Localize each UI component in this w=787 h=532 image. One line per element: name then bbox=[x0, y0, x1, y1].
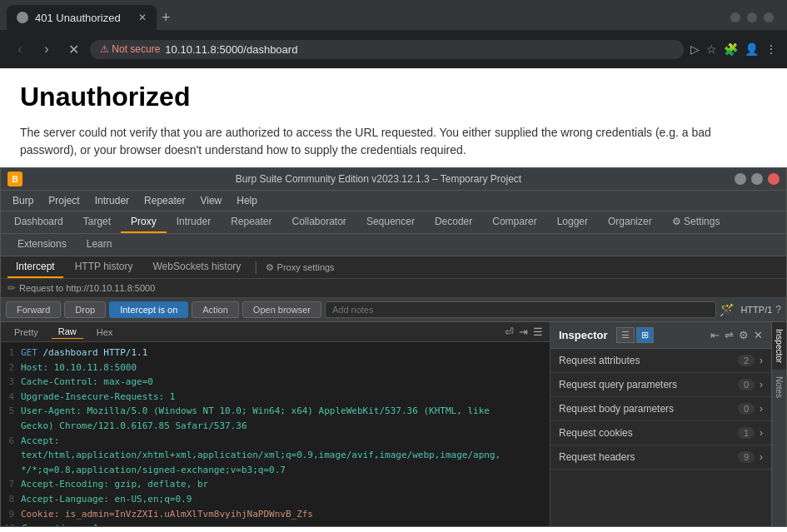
inspector-grid-view-btn[interactable]: ⊞ bbox=[636, 327, 654, 343]
open-browser-button[interactable]: Open browser bbox=[242, 301, 321, 318]
inspector-list-view-btn[interactable]: ☰ bbox=[616, 327, 635, 343]
code-line-6c: */*;q=0.8,application/signed-exchange;v=… bbox=[1, 463, 550, 478]
menu-help[interactable]: Help bbox=[230, 192, 264, 209]
side-tab-inspector[interactable]: Inspector bbox=[772, 322, 786, 370]
browser-close-btn[interactable] bbox=[764, 12, 774, 22]
page-content: Unauthorized The server could not verify… bbox=[0, 68, 787, 167]
url-display: 10.10.11.8:5000/dashboard bbox=[165, 43, 297, 56]
tab-extensions[interactable]: Extensions bbox=[7, 234, 77, 256]
menu-intruder[interactable]: Intruder bbox=[88, 192, 136, 209]
inspector-align-left-icon[interactable]: ⇤ bbox=[710, 329, 720, 341]
action-button[interactable]: Action bbox=[192, 301, 239, 318]
address-field[interactable]: ⚠ Not secure 10.10.11.8:5000/dashboard bbox=[90, 40, 684, 59]
code-toolbar-icons: ⏎ ⇥ ☰ bbox=[505, 326, 543, 338]
inspector-close-icon[interactable]: ✕ bbox=[754, 329, 763, 341]
browser-tab[interactable]: 401 Unauthorized ✕ bbox=[7, 5, 157, 30]
browser-minimize-btn[interactable] bbox=[730, 12, 740, 22]
tab-intruder[interactable]: Intruder bbox=[167, 211, 221, 233]
proxy-settings-button[interactable]: ⚙ Proxy settings bbox=[266, 262, 334, 273]
code-line-9: 9 Cookie: is_admin=InVzZXIi.uAlmXlTvm8vy… bbox=[1, 507, 550, 522]
subtab-http-history[interactable]: HTTP history bbox=[67, 256, 142, 278]
code-line-5b: Gecko) Chrome/121.0.6167.85 Safari/537.3… bbox=[1, 419, 550, 434]
code-pane: Pretty Raw Hex ⏎ ⇥ ☰ 1 GET /dashboard HT… bbox=[1, 322, 550, 526]
notes-field[interactable] bbox=[325, 301, 716, 318]
inspector-row-body-params[interactable]: Request body parameters 0 › bbox=[550, 397, 771, 421]
cast-icon[interactable]: ▷ bbox=[690, 42, 700, 56]
address-actions: ▷ ☆ 🧩 👤 ⋮ bbox=[690, 42, 777, 56]
code-line-6: 6 Accept: bbox=[1, 434, 550, 449]
tab-sequencer[interactable]: Sequencer bbox=[356, 211, 425, 233]
bookmark-icon[interactable]: ☆ bbox=[706, 42, 717, 56]
code-editor[interactable]: 1 GET /dashboard HTTP/1.1 2 Host: 10.10.… bbox=[1, 342, 550, 526]
extensions-icon[interactable]: 🧩 bbox=[724, 42, 738, 56]
indent-icon[interactable]: ⇥ bbox=[519, 326, 528, 338]
tab-comparer[interactable]: Comparer bbox=[482, 211, 546, 233]
inspector-count-headers: 9 bbox=[738, 451, 755, 463]
inspector-row-request-attributes[interactable]: Request attributes 2 › bbox=[550, 349, 771, 373]
tab-settings[interactable]: ⚙ Settings bbox=[662, 211, 730, 233]
menu-view[interactable]: View bbox=[193, 192, 228, 209]
inspector-row-query-params[interactable]: Request query parameters 0 › bbox=[550, 373, 771, 397]
code-tab-raw[interactable]: Raw bbox=[52, 325, 83, 339]
menu-project[interactable]: Project bbox=[42, 192, 86, 209]
burp-logo: B bbox=[7, 172, 22, 186]
page-title: Unauthorized bbox=[20, 82, 767, 112]
burp-close-btn[interactable] bbox=[768, 173, 780, 185]
intercept-on-button[interactable]: Intercept is on bbox=[109, 301, 188, 318]
magic-wand-icon[interactable]: 🪄 bbox=[720, 303, 734, 316]
close-tab-button[interactable]: ✕ bbox=[138, 12, 147, 23]
request-url-label: Request to http://10.10.11.8:5000 bbox=[19, 283, 155, 293]
wrap-icon[interactable]: ⏎ bbox=[505, 326, 514, 338]
profile-icon[interactable]: 👤 bbox=[745, 42, 759, 56]
tab-dashboard[interactable]: Dashboard bbox=[4, 211, 73, 233]
edit-icon: ✏ bbox=[7, 282, 16, 294]
tab-proxy[interactable]: Proxy bbox=[121, 211, 167, 233]
burp-maximize-btn[interactable] bbox=[751, 173, 763, 185]
inspector-arrow-request-attributes: › bbox=[760, 355, 763, 366]
tab-collaborator[interactable]: Collaborator bbox=[282, 211, 356, 233]
forward-button[interactable]: › bbox=[37, 42, 57, 57]
inspector-label-body-params: Request body parameters bbox=[559, 403, 738, 415]
tab-target[interactable]: Target bbox=[73, 211, 121, 233]
new-tab-button[interactable]: + bbox=[162, 9, 171, 27]
menu-burp[interactable]: Burp bbox=[6, 192, 40, 209]
menu-repeater[interactable]: Repeater bbox=[137, 192, 192, 209]
code-tab-hex[interactable]: Hex bbox=[90, 326, 120, 339]
inspector-count-query-params: 0 bbox=[738, 379, 755, 390]
inspector-row-cookies[interactable]: Request cookies 1 › bbox=[550, 421, 771, 445]
inspector-label-query-params: Request query parameters bbox=[559, 379, 738, 390]
browser-maximize-btn[interactable] bbox=[747, 12, 757, 22]
drop-button[interactable]: Drop bbox=[64, 301, 106, 318]
subtab-websockets-history[interactable]: WebSockets history bbox=[145, 256, 250, 278]
subtab-intercept[interactable]: Intercept bbox=[7, 256, 63, 278]
menu-icon[interactable]: ⋮ bbox=[765, 42, 777, 56]
side-tabs: Inspector Notes bbox=[771, 322, 786, 526]
tab-organizer[interactable]: Organizer bbox=[598, 211, 662, 233]
tab-learn[interactable]: Learn bbox=[77, 234, 122, 256]
inspector-split-icon[interactable]: ⇌ bbox=[725, 329, 734, 341]
tab-logger[interactable]: Logger bbox=[547, 211, 598, 233]
back-button[interactable]: ‹ bbox=[10, 42, 30, 57]
not-secure-indicator: ⚠ Not secure bbox=[100, 43, 160, 55]
burp-subtabs: Intercept HTTP history WebSockets histor… bbox=[1, 256, 786, 279]
forward-button[interactable]: Forward bbox=[6, 301, 61, 318]
inspector-label-cookies: Request cookies bbox=[559, 427, 738, 439]
burp-window-buttons bbox=[735, 173, 780, 185]
inspector-settings-icon[interactable]: ⚙ bbox=[739, 329, 749, 341]
tab-repeater[interactable]: Repeater bbox=[221, 211, 281, 233]
code-line-5: 5 User-Agent: Mozilla/5.0 (Windows NT 10… bbox=[1, 404, 550, 419]
code-tab-pretty[interactable]: Pretty bbox=[7, 326, 45, 339]
reload-button[interactable]: ✕ bbox=[63, 42, 83, 57]
favicon-icon bbox=[17, 12, 28, 23]
subtab-divider: | bbox=[254, 260, 257, 275]
burp-minimize-btn[interactable] bbox=[735, 173, 746, 185]
code-line-6b: text/html,application/xhtml+xml,applicat… bbox=[1, 448, 550, 463]
tab-decoder[interactable]: Decoder bbox=[425, 211, 482, 233]
inspector-row-headers[interactable]: Request headers 9 › bbox=[550, 445, 771, 470]
action-bar: Forward Drop Intercept is on Action Open… bbox=[1, 298, 786, 322]
more-icon[interactable]: ☰ bbox=[533, 326, 543, 338]
tab-bar: 401 Unauthorized ✕ + bbox=[0, 0, 787, 30]
side-tab-notes[interactable]: Notes bbox=[772, 370, 786, 405]
help-button[interactable]: ? bbox=[775, 304, 781, 316]
code-line-2: 2 Host: 10.10.11.8:5000 bbox=[1, 360, 550, 375]
